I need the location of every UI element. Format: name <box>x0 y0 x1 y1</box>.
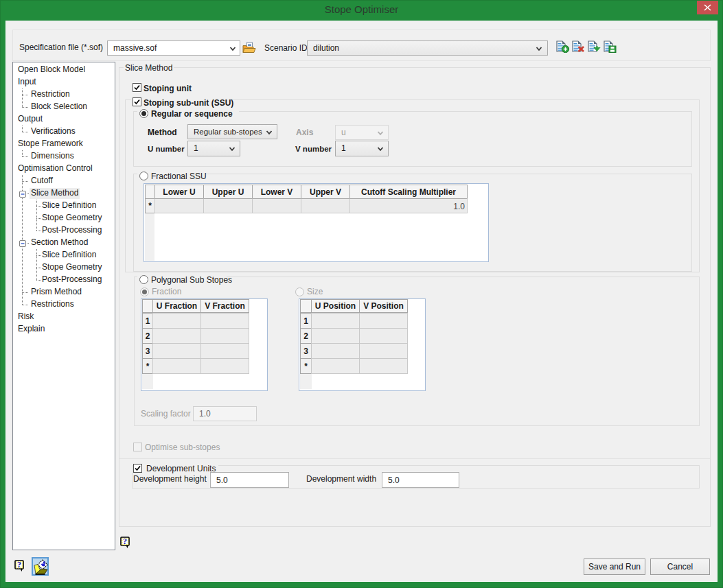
svg-text:?: ? <box>123 537 127 546</box>
svg-text:?: ? <box>17 560 21 569</box>
